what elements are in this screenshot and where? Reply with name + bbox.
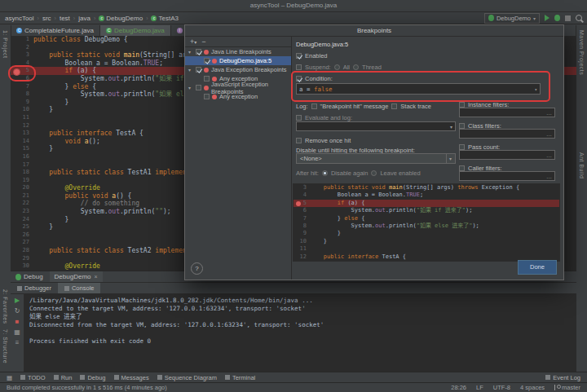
- line-number[interactable]: 13: [11, 130, 33, 138]
- help-button[interactable]: ?: [191, 262, 203, 275]
- evaluate-row[interactable]: Evaluate and log:: [296, 113, 352, 121]
- stop-button[interactable]: ■: [15, 318, 20, 325]
- line-number[interactable]: 6: [11, 75, 33, 83]
- add-breakpoint-button[interactable]: +▾: [190, 37, 196, 47]
- line-number[interactable]: 14: [11, 138, 33, 146]
- status-item[interactable]: 4 spaces: [520, 384, 545, 391]
- debug-session-tab[interactable]: DebugDemo ×: [50, 271, 103, 282]
- line-number[interactable]: 7: [294, 215, 310, 222]
- line-number[interactable]: 30: [11, 262, 33, 271]
- checkbox-icon[interactable]: [196, 85, 201, 90]
- disable-again-radio[interactable]: [322, 170, 328, 176]
- line-number[interactable]: 11: [11, 114, 33, 122]
- line-number[interactable]: 19: [11, 177, 33, 185]
- rerun-button[interactable]: ▶: [15, 297, 20, 304]
- breadcrumb-item[interactable]: cDebugDemo: [99, 15, 143, 22]
- line-number[interactable]: 1: [11, 36, 33, 44]
- suspend-thread-radio[interactable]: [353, 64, 359, 70]
- checkbox-icon[interactable]: [204, 76, 210, 81]
- breakpoint-tree-item[interactable]: ▾Java Exception Breakpoints: [185, 65, 291, 74]
- bottom-bar-item[interactable]: Messages: [114, 374, 149, 381]
- event-log-button[interactable]: Event Log: [545, 374, 580, 381]
- browse-icon[interactable]: …: [546, 131, 552, 137]
- line-number[interactable]: 20: [11, 184, 33, 192]
- status-item[interactable]: LF: [476, 384, 483, 391]
- debug-subtab[interactable]: Debugger: [11, 283, 58, 293]
- line-number[interactable]: 7: [11, 83, 33, 91]
- filter-input[interactable]: …: [459, 129, 555, 139]
- line-number[interactable]: 2: [11, 44, 33, 52]
- stripe-label[interactable]: Maven Projects: [579, 30, 585, 75]
- line-number[interactable]: 3: [294, 184, 310, 192]
- tree-arrow-icon[interactable]: ▾: [188, 67, 193, 73]
- line-number[interactable]: 25: [11, 223, 33, 231]
- filter-input[interactable]: …: [459, 150, 555, 160]
- search-icon[interactable]: [576, 15, 582, 21]
- line-number[interactable]: 29: [11, 255, 33, 263]
- checkbox-icon[interactable]: [196, 67, 201, 73]
- bottom-bar-item[interactable]: Run: [54, 374, 73, 381]
- stripe-label[interactable]: Ant Build: [579, 152, 585, 179]
- debug-button[interactable]: [554, 15, 560, 21]
- line-number[interactable]: 27: [11, 239, 33, 247]
- condition-checkbox[interactable]: Condition:: [296, 74, 333, 82]
- editor-tab[interactable]: CDebugDemo.java: [100, 25, 171, 36]
- bottom-bar-item[interactable]: Debug: [80, 374, 105, 381]
- line-number[interactable]: 26: [11, 231, 33, 240]
- editor-tab[interactable]: CCompletableFuture.java: [11, 25, 100, 36]
- line-number[interactable]: 4: [11, 59, 33, 68]
- stack-trace-checkbox[interactable]: [391, 104, 397, 109]
- line-number[interactable]: 24: [11, 216, 33, 224]
- filter-input[interactable]: …: [459, 108, 555, 117]
- stripe-label[interactable]: 2: Favorites: [2, 289, 8, 324]
- breadcrumb-item[interactable]: asyncTool: [5, 15, 34, 22]
- line-number[interactable]: 12: [294, 253, 310, 261]
- line-number[interactable]: 3: [11, 51, 33, 59]
- line-number[interactable]: 10: [294, 238, 310, 245]
- suspend-row[interactable]: Suspend: All Thread: [296, 63, 382, 71]
- line-number[interactable]: 8: [294, 222, 310, 230]
- line-number[interactable]: 11: [294, 245, 310, 253]
- enabled-checkbox[interactable]: Enabled: [296, 51, 328, 59]
- breakpoint-tree-item[interactable]: ▾Java Line Breakpoints: [185, 47, 291, 56]
- console-output[interactable]: /Library/Java/JavaVirtualMachines/jdk1.8…: [24, 293, 576, 372]
- run-config-selector[interactable]: DebugDemo ▾: [484, 13, 540, 24]
- line-number[interactable]: 22: [11, 200, 33, 208]
- remove-breakpoint-button[interactable]: −: [201, 37, 205, 46]
- line-number[interactable]: 8: [11, 90, 33, 99]
- checkbox-icon[interactable]: [459, 102, 465, 108]
- tool-windows-icon[interactable]: ▦: [7, 374, 12, 381]
- status-item[interactable]: master: [554, 384, 580, 391]
- checkbox-icon[interactable]: [459, 165, 465, 171]
- line-number[interactable]: 21: [11, 192, 33, 200]
- stripe-label[interactable]: 1: Project: [2, 30, 8, 59]
- stop-button[interactable]: [565, 15, 571, 21]
- evaluate-input[interactable]: ▾: [296, 121, 456, 131]
- done-button[interactable]: Done: [518, 260, 557, 275]
- line-number[interactable]: 12: [11, 122, 33, 130]
- settings-icon[interactable]: ▦: [14, 328, 20, 336]
- browse-icon[interactable]: …: [546, 174, 552, 179]
- browse-icon[interactable]: …: [546, 152, 552, 158]
- disable-until-dropdown[interactable]: <None> ▾: [296, 153, 456, 164]
- checkbox-icon[interactable]: [459, 144, 465, 150]
- breakpoint-icon[interactable]: [13, 68, 20, 76]
- breadcrumb-item[interactable]: java: [78, 15, 90, 22]
- line-number[interactable]: 28: [11, 247, 33, 255]
- rerun-icon[interactable]: ↻: [15, 307, 20, 315]
- expand-icon[interactable]: ▾: [534, 86, 537, 92]
- line-number[interactable]: 9: [294, 230, 310, 237]
- status-item[interactable]: 28:26: [451, 384, 466, 391]
- tree-arrow-icon[interactable]: ▾: [188, 85, 193, 90]
- run-button[interactable]: [545, 15, 549, 21]
- close-icon[interactable]: ×: [95, 274, 98, 280]
- breakpoint-tree-item[interactable]: DebugDemo.java:5: [185, 56, 291, 65]
- menu-icon[interactable]: ≡: [15, 339, 20, 346]
- line-number[interactable]: 4: [294, 192, 310, 199]
- checkbox-icon[interactable]: [204, 94, 210, 99]
- breakpoint-tree-item[interactable]: ▾JavaScript Exception Breakpoints: [185, 83, 291, 92]
- line-number[interactable]: 9: [11, 99, 33, 107]
- bottom-bar-item[interactable]: Terminal: [225, 374, 255, 381]
- condition-input[interactable]: a = false ▾: [296, 83, 541, 95]
- log-message-checkbox[interactable]: [311, 104, 317, 109]
